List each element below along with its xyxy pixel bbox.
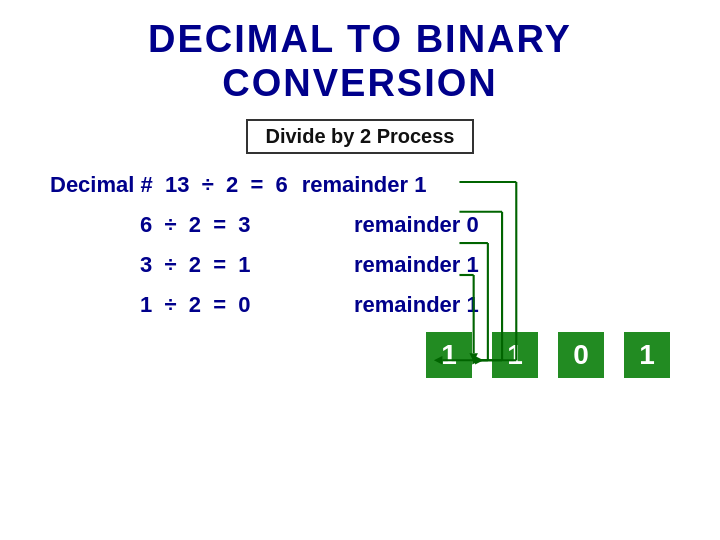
subtitle-box: Divide by 2 Process — [246, 119, 475, 154]
row-4: 1 ÷ 2 = 0 remainder 1 — [140, 292, 700, 318]
row1-remainder: remainder 1 — [302, 172, 427, 198]
row2-math: 6 ÷ 2 = 3 — [140, 212, 340, 238]
content-area: Decimal # 13 ÷ 2 = 6 remainder 1 6 ÷ 2 =… — [20, 172, 700, 378]
row1-label: Decimal # 13 ÷ 2 = 6 — [50, 172, 288, 198]
row-1: Decimal # 13 ÷ 2 = 6 remainder 1 — [50, 172, 700, 198]
row-3: 3 ÷ 2 = 1 remainder 1 — [140, 252, 700, 278]
result-row: 1 1 0 1 — [20, 332, 700, 378]
row4-math: 1 ÷ 2 = 0 — [140, 292, 340, 318]
row3-math: 3 ÷ 2 = 1 — [140, 252, 340, 278]
result-box-1: 1 — [426, 332, 472, 378]
row2-remainder: remainder 0 — [354, 212, 479, 238]
result-box-2: 1 — [492, 332, 538, 378]
main-container: DECIMAL TO BINARY CONVERSION Divide by 2… — [0, 0, 720, 540]
main-title: DECIMAL TO BINARY CONVERSION — [148, 18, 572, 105]
title-line1: DECIMAL TO BINARY — [148, 18, 572, 62]
result-box-4: 1 — [624, 332, 670, 378]
title-line2: CONVERSION — [148, 62, 572, 106]
subtitle-text: Divide by 2 Process — [266, 125, 455, 147]
row3-remainder: remainder 1 — [354, 252, 479, 278]
row-2: 6 ÷ 2 = 3 remainder 0 — [140, 212, 700, 238]
row4-remainder: remainder 1 — [354, 292, 479, 318]
result-box-3: 0 — [558, 332, 604, 378]
